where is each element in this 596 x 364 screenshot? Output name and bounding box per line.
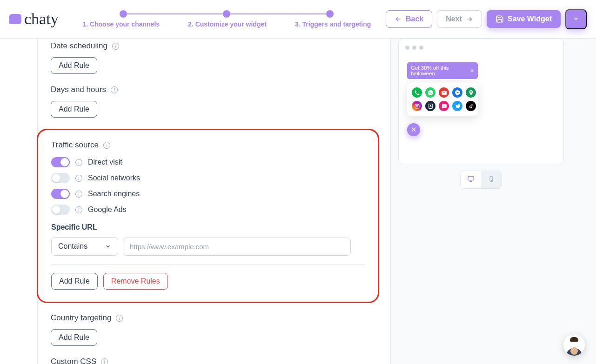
step-dot-2[interactable]: [223, 10, 230, 18]
country-targeting-title: Country targeting: [51, 313, 111, 323]
device-toggle: [460, 171, 502, 189]
toggle-google-ads[interactable]: [51, 205, 70, 215]
days-hours-title: Days and hours: [51, 85, 106, 94]
specific-url-label: Specific URL: [51, 223, 365, 232]
add-rule-days-hours[interactable]: Add Rule: [51, 101, 97, 118]
close-icon[interactable]: ✕: [470, 68, 474, 74]
info-icon[interactable]: i: [75, 159, 82, 166]
back-button[interactable]: Back: [386, 10, 432, 28]
url-condition-value: Contains: [58, 242, 87, 251]
section-traffic-source: Traffic source i i Direct visit i Social: [37, 129, 379, 303]
svg-point-10: [491, 180, 491, 181]
logo-text: chaty: [24, 10, 59, 28]
remove-rules-traffic-source[interactable]: Remove Rules: [103, 273, 168, 290]
desktop-icon: [467, 175, 475, 183]
svg-rect-8: [468, 177, 474, 180]
cta-text: Get 30% off this halloween: [411, 65, 468, 76]
step-dot-3[interactable]: [326, 10, 334, 18]
device-mobile-button[interactable]: [481, 171, 502, 188]
chat-widget-preview: Get 30% off this halloween ✕: [407, 62, 478, 136]
info-icon[interactable]: i: [75, 206, 82, 213]
add-rule-traffic-source[interactable]: Add Rule: [51, 273, 98, 290]
step-label-2[interactable]: 2. Customize your widget: [188, 20, 267, 28]
preview-frame: Get 30% off this halloween ✕: [398, 39, 564, 164]
top-bar: chaty 1. Choose your channels 2. Customi…: [0, 0, 596, 39]
svg-point-2: [418, 105, 418, 105]
add-rule-country-targeting[interactable]: Add Rule: [51, 329, 97, 346]
step-label-3[interactable]: 3. Triggers and targeting: [295, 20, 371, 28]
save-widget-button[interactable]: Save Widget: [487, 10, 561, 28]
settings-card: Date scheduling i Add Rule Days and hour…: [37, 39, 391, 364]
logo-icon: [9, 14, 21, 24]
close-widget-button[interactable]: ✕: [407, 123, 420, 136]
traffic-source-title: Traffic source: [51, 140, 99, 150]
info-icon[interactable]: i: [111, 86, 118, 93]
device-desktop-button[interactable]: [461, 171, 481, 188]
add-rule-date-scheduling[interactable]: Add Rule: [51, 57, 97, 74]
chevron-down-icon: [105, 243, 111, 250]
next-button[interactable]: Next: [437, 10, 482, 28]
channel-whatsapp-icon[interactable]: [425, 87, 435, 98]
stepper: 1. Choose your channels 2. Customize you…: [82, 10, 372, 28]
support-chat-avatar[interactable]: [563, 334, 585, 356]
step-dot-1[interactable]: [120, 10, 127, 18]
top-actions: Back Next Save Widget: [386, 9, 587, 29]
left-rail: [0, 39, 37, 364]
date-scheduling-title: Date scheduling: [51, 41, 107, 51]
back-label: Back: [406, 15, 423, 23]
svg-point-5: [443, 106, 443, 106]
channel-phone-icon[interactable]: [412, 87, 422, 98]
next-label: Next: [446, 15, 462, 23]
channel-tiktok-icon[interactable]: [466, 101, 476, 111]
arrow-right-icon: [466, 15, 473, 23]
url-input[interactable]: [123, 238, 351, 256]
svg-point-1: [416, 105, 418, 107]
info-icon[interactable]: i: [101, 358, 108, 364]
svg-point-7: [444, 106, 445, 106]
toggle-search-engines[interactable]: [51, 189, 70, 199]
svg-point-4: [430, 105, 431, 106]
channel-instagram-icon[interactable]: [412, 101, 422, 111]
section-days-hours: Days and hours i Add Rule: [51, 85, 377, 118]
channel-grid: [407, 83, 478, 116]
logo[interactable]: chaty: [9, 10, 59, 28]
step-label-1[interactable]: 1. Choose your channels: [82, 20, 160, 28]
toggle-social-networks[interactable]: [51, 173, 70, 183]
custom-css-title: Custom CSS: [51, 357, 96, 364]
channel-twitter-icon[interactable]: [452, 101, 462, 111]
channel-messenger-icon[interactable]: [452, 87, 462, 98]
cta-banner[interactable]: Get 30% off this halloween ✕: [407, 62, 478, 79]
channel-sms-icon[interactable]: [439, 101, 449, 111]
section-date-scheduling: Date scheduling i Add Rule: [51, 41, 377, 74]
info-icon[interactable]: i: [75, 191, 82, 198]
save-label: Save Widget: [508, 15, 552, 23]
info-icon[interactable]: i: [116, 315, 123, 322]
chevron-down-icon: [573, 15, 579, 22]
svg-point-6: [443, 106, 444, 106]
save-dropdown-button[interactable]: [565, 9, 587, 29]
toggle-direct-visit[interactable]: [51, 157, 70, 167]
info-icon[interactable]: i: [103, 142, 110, 149]
channel-email-icon[interactable]: [439, 87, 449, 98]
save-icon: [496, 15, 504, 23]
mobile-icon: [488, 175, 495, 183]
preview-column: Get 30% off this halloween ✕: [398, 39, 575, 364]
info-icon[interactable]: i: [75, 175, 82, 182]
section-country-targeting: Country targeting i Add Rule: [51, 313, 377, 346]
channel-maps-icon[interactable]: [466, 87, 476, 98]
section-custom-css: Custom CSS i: [51, 357, 377, 364]
url-condition-select[interactable]: Contains: [51, 237, 118, 256]
workspace: Date scheduling i Add Rule Days and hour…: [0, 39, 596, 364]
toggle-social-networks-label: Social networks: [88, 174, 140, 182]
toggle-search-engines-label: Search engines: [88, 190, 140, 198]
toggle-google-ads-label: Google Ads: [88, 205, 127, 214]
window-dots: [405, 46, 557, 50]
info-icon[interactable]: i: [112, 43, 119, 50]
channel-contact-form-icon[interactable]: [425, 101, 435, 111]
arrow-left-icon: [395, 15, 402, 23]
toggle-direct-visit-label: Direct visit: [88, 158, 122, 166]
